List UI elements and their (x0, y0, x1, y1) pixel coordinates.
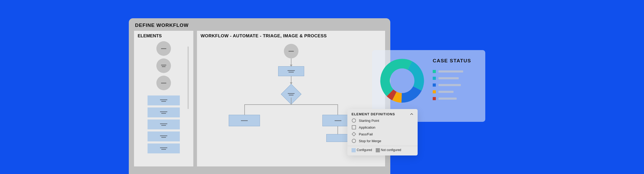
definition-label: Application (359, 125, 375, 129)
legend-swatch (433, 77, 436, 80)
not-configured-swatch (376, 148, 380, 152)
definition-item: Pass/Fail (352, 132, 413, 136)
collapse-icon[interactable] (410, 112, 413, 116)
canvas-title: WORKFLOW - AUTOMATE - TRIAGE, IMAGE & PR… (201, 33, 381, 39)
element-rect[interactable] (148, 143, 180, 153)
flow-connector (291, 76, 291, 84)
workflow-flow (235, 44, 347, 133)
flow-step-node[interactable] (278, 66, 304, 76)
circle-icon (352, 118, 356, 123)
legend-placeholder (438, 77, 459, 79)
legend-placeholder (438, 70, 463, 73)
element-rect[interactable] (148, 95, 180, 105)
element-rect[interactable] (148, 119, 180, 129)
legend-placeholder (438, 91, 454, 93)
element-rect[interactable] (148, 107, 180, 117)
configured-swatch (352, 148, 356, 152)
elements-panel: ELEMENTS (134, 31, 193, 166)
element-circle[interactable] (156, 58, 171, 73)
flow-step-node[interactable] (326, 134, 350, 142)
case-status-legend (433, 70, 478, 100)
legend-row (433, 77, 478, 80)
definition-label: Starting Point (359, 119, 379, 123)
definition-item: Starting Point (352, 118, 413, 123)
flow-connector (291, 58, 291, 66)
legend-row (433, 97, 478, 100)
flow-start-node[interactable] (284, 44, 298, 58)
legend-row (433, 90, 478, 93)
donut-segment[interactable] (408, 61, 424, 91)
legend-swatch (433, 90, 436, 93)
legend-placeholder (438, 84, 461, 86)
legend-row (433, 70, 478, 73)
legend-placeholder (438, 98, 457, 100)
definitions-legend: Configured Not configured (347, 146, 418, 155)
definition-item: Stop for Merge (352, 139, 413, 143)
definition-item: Application (352, 125, 413, 130)
window-title: DEFINE WORKFLOW (129, 18, 390, 31)
case-status-title: CASE STATUS (433, 58, 478, 64)
elements-panel-header: ELEMENTS (134, 31, 193, 41)
not-configured-label: Not configured (381, 148, 401, 152)
definition-label: Pass/Fail (359, 132, 373, 136)
diamond-icon (352, 132, 356, 136)
definition-label: Stop for Merge (359, 139, 381, 143)
element-circle[interactable] (156, 41, 171, 56)
legend-swatch (433, 70, 436, 73)
legend-row (433, 83, 478, 87)
circle-icon (352, 139, 356, 143)
element-rect[interactable] (148, 131, 180, 141)
elements-list (134, 41, 193, 153)
panel-scrollbar[interactable] (188, 46, 189, 109)
donut-segment[interactable] (380, 59, 412, 96)
definitions-title: ELEMENT DEFINITIONS (352, 112, 395, 116)
flow-branch (235, 104, 347, 133)
legend-swatch (433, 97, 436, 100)
legend-swatch (433, 83, 436, 87)
flow-step-node[interactable] (229, 115, 260, 126)
configured-label: Configured (357, 148, 372, 152)
element-circle[interactable] (156, 76, 171, 90)
element-definitions-popover: ELEMENT DEFINITIONS Starting PointApplic… (347, 109, 418, 155)
square-icon (352, 125, 356, 130)
case-status-donut-chart (379, 58, 425, 104)
